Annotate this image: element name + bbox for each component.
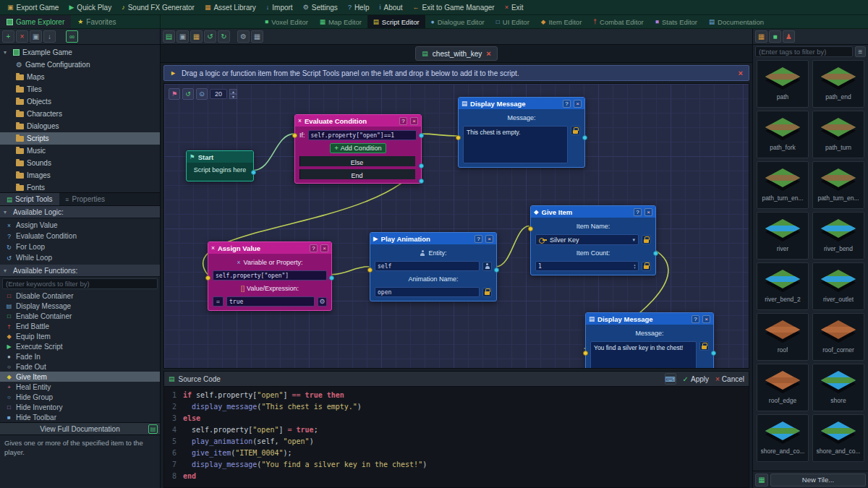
function-item-execute-script[interactable]: ▶Execute Script xyxy=(0,341,160,351)
grid-settings-icon[interactable]: ▦ xyxy=(251,30,263,43)
apply-button[interactable]: ✓ Apply xyxy=(683,375,709,383)
operator-select[interactable]: = xyxy=(213,296,224,307)
zoom-icon[interactable]: ⊙ xyxy=(196,88,208,100)
pick-entity-icon[interactable] xyxy=(482,262,492,271)
menu-settings[interactable]: ⚙Settings xyxy=(298,0,343,14)
new-script-icon[interactable]: ▤ xyxy=(163,30,175,43)
node-header[interactable]: ▤ Display Message ? × xyxy=(459,98,584,109)
node-close-icon[interactable]: × xyxy=(644,208,652,216)
condition-input[interactable]: self.property["open"]==1 xyxy=(308,130,417,140)
node-help-icon[interactable]: ? xyxy=(399,117,407,125)
function-filter-input[interactable] xyxy=(2,278,158,289)
tree-item-music[interactable]: Music xyxy=(0,145,160,157)
stepper-down-icon[interactable]: ▾ xyxy=(229,94,237,99)
open-icon[interactable]: ▦ xyxy=(190,30,203,43)
external-editor-icon[interactable]: ⌨ xyxy=(665,373,676,385)
menu-help[interactable]: ?Help xyxy=(343,0,375,14)
input-port[interactable] xyxy=(367,267,373,273)
tile-path-turn-en[interactable]: path_turn_en... xyxy=(757,161,809,209)
tree-item-images[interactable]: Images xyxy=(0,169,160,181)
tree-item-scripts[interactable]: Scripts xyxy=(0,132,160,145)
expression-gear-icon[interactable]: ⚙ xyxy=(318,297,327,307)
tree-item-dialogues[interactable]: Dialogues xyxy=(0,120,160,132)
menu-sound-fx-generator[interactable]: ♪Sound FX Generator xyxy=(116,0,200,14)
tab-ui-editor[interactable]: □UI Editor xyxy=(490,15,535,28)
tile-shore-and-co[interactable]: shore_and_co... xyxy=(757,414,809,462)
node-header[interactable]: × Assign Value ? × xyxy=(208,242,331,254)
logic-item-while-loop[interactable]: ↺While Loop xyxy=(0,252,160,263)
tab-dialogue-editor[interactable]: ●Dialogue Editor xyxy=(425,15,490,28)
open-docs-icon[interactable]: ▤ xyxy=(148,424,158,434)
function-item-display-message[interactable]: ▤Display Message xyxy=(0,301,160,311)
node-evaluate-condition[interactable]: × Evaluate Condition ? × If: self.proper… xyxy=(294,114,422,184)
node-header[interactable]: ⚑ Start xyxy=(187,151,253,163)
duplicate-resource-icon[interactable]: ▣ xyxy=(30,30,42,43)
add-resource-icon[interactable]: + xyxy=(2,30,14,43)
stepper-up-icon[interactable]: ▴ xyxy=(229,89,237,94)
close-tab-icon[interactable]: × xyxy=(486,49,490,58)
tab-stats-editor[interactable]: ■Stats Editor xyxy=(650,15,703,28)
logic-item-for-loop[interactable]: ↻For Loop xyxy=(0,241,160,252)
tree-item-objects[interactable]: Objects xyxy=(0,95,160,108)
view-documentation-button[interactable]: View Full Documentation ▤ xyxy=(0,422,160,435)
tile-roof-edge[interactable]: roof_edge xyxy=(757,364,809,411)
output-port[interactable] xyxy=(582,135,587,140)
input-port[interactable] xyxy=(205,275,210,281)
lock-icon[interactable] xyxy=(642,262,651,271)
new-tile-button[interactable]: New Tile... xyxy=(770,474,866,487)
tab-item-editor[interactable]: ◆Item Editor xyxy=(535,15,587,28)
function-item-equip-item[interactable]: ◆Equip Item xyxy=(0,331,160,341)
function-item-disable-container[interactable]: □Disable Container xyxy=(0,291,160,301)
menu-exit[interactable]: ×Exit xyxy=(500,0,529,14)
cancel-button[interactable]: × Cancel xyxy=(715,375,744,383)
tab-objects-icon[interactable]: ■ xyxy=(769,30,781,43)
available-functions-header[interactable]: ▾ Available Functions: xyxy=(0,265,160,277)
menu-asset-library[interactable]: ▦Asset Library xyxy=(200,0,261,14)
tab-script-editor[interactable]: ▤Script Editor xyxy=(367,15,425,28)
lock-icon[interactable] xyxy=(699,341,709,351)
tree-item-sounds[interactable]: Sounds xyxy=(0,157,160,169)
function-item-fade-in[interactable]: ●Fade In xyxy=(0,351,160,361)
node-give-item[interactable]: ◆ Give Item ? × Item Name: Silver Key ▾ xyxy=(530,205,656,275)
tile-river-outlet[interactable]: river_outlet xyxy=(812,262,864,310)
node-help-icon[interactable]: ? xyxy=(692,315,699,323)
output-port[interactable] xyxy=(711,351,716,356)
function-item-fade-out[interactable]: ○Fade Out xyxy=(0,361,160,372)
node-header[interactable]: ▶ Play Animation ? × xyxy=(370,233,496,244)
function-item-hide-group[interactable]: ○Hide Group xyxy=(0,392,160,402)
new-tile-icon[interactable]: ▦ xyxy=(755,474,768,487)
variable-input[interactable]: self.property["open"] xyxy=(213,270,327,281)
tab-game-explorer[interactable]: Game Explorer xyxy=(0,15,71,28)
tree-item-example-game[interactable]: ▾Example Game xyxy=(0,46,160,59)
output-port-else[interactable] xyxy=(419,163,424,168)
tile-river-bend[interactable]: river_bend xyxy=(812,212,864,260)
function-item-hide-inventory[interactable]: □Hide Inventory xyxy=(0,402,160,412)
node-display-message-2[interactable]: ▤ Display Message ? × Message: You find … xyxy=(585,312,714,369)
node-close-icon[interactable]: × xyxy=(320,244,328,252)
output-port-end[interactable] xyxy=(419,179,424,184)
redo-icon[interactable]: ↻ xyxy=(218,30,230,43)
node-help-icon[interactable]: ? xyxy=(475,235,482,243)
dismiss-hint-icon[interactable]: × xyxy=(739,69,743,77)
menu-import[interactable]: ↓Import xyxy=(261,0,298,14)
menu-about[interactable]: iAbout xyxy=(374,0,407,14)
tile-path-end[interactable]: path_end xyxy=(812,60,864,108)
animation-input[interactable]: open xyxy=(375,287,480,297)
lock-icon[interactable] xyxy=(571,126,580,135)
input-port[interactable] xyxy=(583,351,588,356)
input-port[interactable] xyxy=(456,135,461,140)
output-port[interactable] xyxy=(329,275,334,281)
message-input[interactable]: This chest is empty. xyxy=(463,126,568,163)
tile-path-fork[interactable]: path_fork xyxy=(757,111,809,158)
tree-item-characters[interactable]: Characters xyxy=(0,108,160,120)
node-start[interactable]: ⚑ Start Script begins here xyxy=(186,150,254,181)
entity-input[interactable]: self xyxy=(375,261,480,271)
node-help-icon[interactable]: ? xyxy=(563,100,571,108)
function-item-enable-container[interactable]: □Enable Container xyxy=(0,311,160,321)
menu-exit-to-game-manager[interactable]: ←Exit to Game Manager xyxy=(408,0,500,14)
item-name-select[interactable]: Silver Key ▾ xyxy=(535,234,639,245)
add-condition-button[interactable]: + Add Condition xyxy=(330,143,387,153)
output-port[interactable] xyxy=(653,251,658,256)
function-item-end-battle[interactable]: †End Battle xyxy=(0,321,160,331)
tile-roof[interactable]: roof xyxy=(757,313,809,361)
